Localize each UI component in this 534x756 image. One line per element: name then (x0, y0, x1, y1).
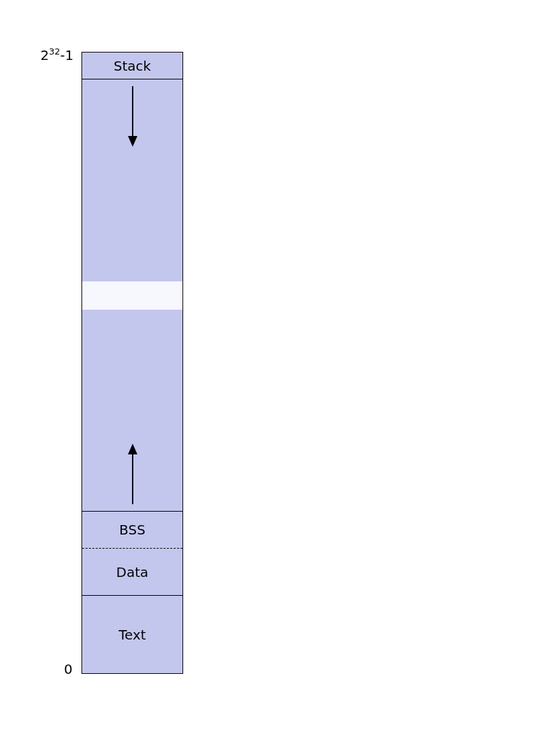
segment-stack: Stack (82, 53, 182, 79)
svg-marker-1 (128, 136, 137, 147)
segment-bss: BSS (82, 512, 182, 549)
segment-data: Data (82, 549, 182, 596)
axis-bottom-label: 0 (64, 661, 73, 677)
arrow-down-icon (126, 86, 139, 147)
axis-top-label: 232-1 (40, 47, 73, 63)
segment-data-label: Data (116, 564, 149, 580)
heap-growth-area (82, 310, 182, 512)
segment-text: Text (82, 596, 182, 673)
segment-text-label: Text (119, 627, 145, 643)
segment-bss-label: BSS (119, 522, 145, 538)
segment-stack-label: Stack (114, 58, 151, 74)
arrow-up-icon (126, 444, 139, 504)
memory-layout-diagram: 232-1 0 Stack BSS Data (0, 0, 534, 756)
address-space-column: Stack BSS Data Text (81, 52, 183, 674)
stack-growth-area (82, 79, 182, 281)
svg-marker-3 (128, 444, 137, 454)
address-gap (82, 281, 182, 310)
